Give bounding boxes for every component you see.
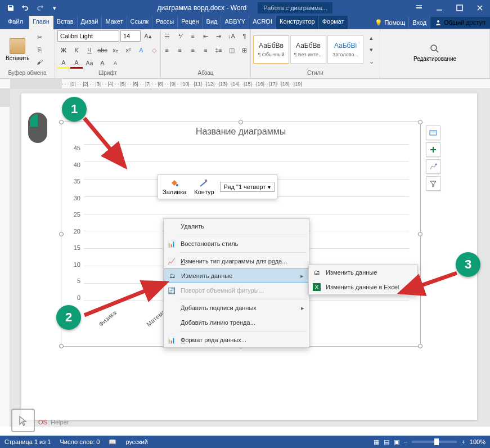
tab-insert[interactable]: Встав xyxy=(53,16,78,29)
svg-rect-10 xyxy=(205,180,207,182)
status-words[interactable]: Число слов: 0 xyxy=(60,438,100,445)
font-color-icon[interactable]: A xyxy=(70,57,83,69)
edit-icon: 🗂 xyxy=(312,268,321,277)
close-icon[interactable] xyxy=(470,0,490,16)
clear-format-icon[interactable]: ◇ xyxy=(148,44,160,56)
ctx-format-series[interactable]: 📊Формат ряда данных... xyxy=(164,333,309,347)
tab-review[interactable]: Рецен xyxy=(178,16,203,29)
view-print-icon[interactable]: ▤ xyxy=(384,438,389,446)
save-icon[interactable] xyxy=(5,2,17,14)
styles-more-icon[interactable]: ⌄ xyxy=(366,56,377,67)
cut-icon[interactable]: ✂ xyxy=(34,32,45,43)
paste-button[interactable]: Вставить xyxy=(2,36,33,64)
styles-down-icon[interactable]: ▾ xyxy=(366,44,377,55)
status-proofing-icon[interactable]: 📖 xyxy=(109,438,116,446)
clipboard-icon xyxy=(10,38,25,54)
bold-button[interactable]: Ж xyxy=(57,44,70,56)
strike-button[interactable]: abc xyxy=(96,44,109,56)
view-read-icon[interactable]: ▦ xyxy=(374,438,379,446)
ctx-reset-style[interactable]: 📊Восстановить стиль xyxy=(164,236,309,251)
qat-dropdown-icon[interactable]: ▾ xyxy=(48,2,61,14)
format-painter-icon[interactable]: 🖌 xyxy=(34,56,45,68)
document-title: диаграмма ворд.docx - Word xyxy=(158,4,247,12)
tab-acrobat[interactable]: ACROI xyxy=(249,16,276,29)
styles-up-icon[interactable]: ▴ xyxy=(366,32,377,43)
text-effect-icon[interactable]: A xyxy=(135,44,147,56)
style-nospacing[interactable]: АаБбВв¶ Без инте... xyxy=(290,35,326,64)
zoom-out-icon[interactable]: − xyxy=(404,438,407,445)
svg-text:X: X xyxy=(314,284,319,290)
find-button[interactable]: Редактирование xyxy=(410,41,460,64)
align-right-icon[interactable]: ≡ xyxy=(187,44,199,56)
underline-button[interactable]: Ч xyxy=(83,44,96,56)
justify-icon[interactable]: ≡ xyxy=(200,44,212,56)
layout-options-icon[interactable] xyxy=(426,126,440,140)
font-size-select[interactable]: 14 xyxy=(120,30,141,42)
indent-inc-icon[interactable]: ⇥ xyxy=(213,30,225,42)
arrow-2 xyxy=(79,276,174,321)
tab-design[interactable]: Дизай xyxy=(78,16,102,29)
tab-constructor[interactable]: Конструктор xyxy=(276,16,319,29)
grow-font2-icon[interactable]: A xyxy=(96,57,109,69)
ctx-edit-data[interactable]: 🗂Изменить данные▸ xyxy=(164,268,309,283)
maximize-icon[interactable] xyxy=(449,0,470,16)
tab-view[interactable]: Вид xyxy=(203,16,222,29)
tell-me[interactable]: 💡 Помощ xyxy=(371,17,409,29)
ctx-change-type[interactable]: 📈Изменить тип диаграммы для ряда... xyxy=(164,254,309,268)
shrink-font-icon[interactable]: A xyxy=(109,57,122,69)
copy-icon[interactable]: ⎘ xyxy=(34,44,45,55)
zoom-slider[interactable] xyxy=(412,441,457,443)
ruler-vertical[interactable] xyxy=(0,89,10,427)
status-lang[interactable]: русский xyxy=(125,438,147,445)
style-normal[interactable]: АаБбВв¶ Обычный xyxy=(253,35,289,64)
multilevel-icon[interactable]: ≡ xyxy=(187,30,199,42)
font-family-select[interactable]: Calibri Light xyxy=(57,30,119,42)
style-heading[interactable]: АаБбВіЗаголово... xyxy=(327,35,363,64)
sort-icon[interactable]: ↓A xyxy=(226,30,238,42)
grow-font-icon[interactable]: A▴ xyxy=(142,30,154,42)
tab-references[interactable]: Ссылк xyxy=(127,16,153,29)
status-page[interactable]: Страница 1 из 1 xyxy=(5,438,51,445)
redo-icon[interactable] xyxy=(34,2,46,14)
ctx-add-trendline[interactable]: Добавить линию тренда... xyxy=(164,315,309,330)
undo-icon[interactable] xyxy=(19,2,32,14)
line-spacing-icon[interactable]: ‡≡ xyxy=(213,44,225,56)
chart-styles-icon[interactable] xyxy=(426,159,440,174)
tab-file[interactable]: Файл xyxy=(2,16,29,29)
share-button[interactable]: Общий доступ xyxy=(430,17,490,28)
chart-filters-icon[interactable] xyxy=(426,176,440,191)
italic-button[interactable]: К xyxy=(70,44,83,56)
numbering-icon[interactable]: ⅟ xyxy=(174,30,186,42)
bullets-icon[interactable]: ☰ xyxy=(161,30,173,42)
tab-home[interactable]: Главн xyxy=(29,16,53,29)
tab-format[interactable]: Формат xyxy=(319,16,348,29)
login-button[interactable]: Вход xyxy=(409,17,430,28)
svg-point-5 xyxy=(431,45,437,51)
svg-rect-0 xyxy=(416,7,422,8)
highlight-icon[interactable]: A xyxy=(57,57,70,69)
zoom-in-icon[interactable]: + xyxy=(461,438,465,445)
zoom-level[interactable]: 100% xyxy=(470,438,485,445)
align-left-icon[interactable]: ≡ xyxy=(161,44,173,56)
subscript-button[interactable]: x₂ xyxy=(109,44,122,56)
view-web-icon[interactable]: ▣ xyxy=(394,438,399,446)
fill-button[interactable]: Заливка xyxy=(160,177,188,196)
ctx-delete[interactable]: Удалить xyxy=(164,219,309,234)
superscript-button[interactable]: x² xyxy=(122,44,134,56)
change-case-icon[interactable]: Aa xyxy=(83,57,96,69)
show-marks-icon[interactable]: ¶ xyxy=(239,30,251,42)
tab-abbyy[interactable]: ABBYY xyxy=(221,16,249,29)
ruler-horizontal[interactable]: · · · |1| · · |2| · · |3| · · |4| · · |5… xyxy=(0,79,490,89)
outline-button[interactable]: Контур xyxy=(192,177,216,196)
tab-mailings[interactable]: Рассы xyxy=(152,16,178,29)
indent-dec-icon[interactable]: ⇤ xyxy=(200,30,212,42)
minimize-icon[interactable] xyxy=(429,0,449,16)
borders-icon[interactable]: ⊞ xyxy=(239,44,251,56)
series-select[interactable]: Ряд "1 четверт ▾ xyxy=(220,182,275,192)
align-center-icon[interactable]: ≡ xyxy=(174,44,186,56)
tab-layout[interactable]: Макет xyxy=(102,16,127,29)
ctx-add-labels[interactable]: Добавить подписи данных▸ xyxy=(164,301,309,315)
chart-elements-icon[interactable] xyxy=(426,142,440,157)
ribbon-options-icon[interactable] xyxy=(409,0,429,16)
shading-icon[interactable]: ◫ xyxy=(226,44,238,56)
